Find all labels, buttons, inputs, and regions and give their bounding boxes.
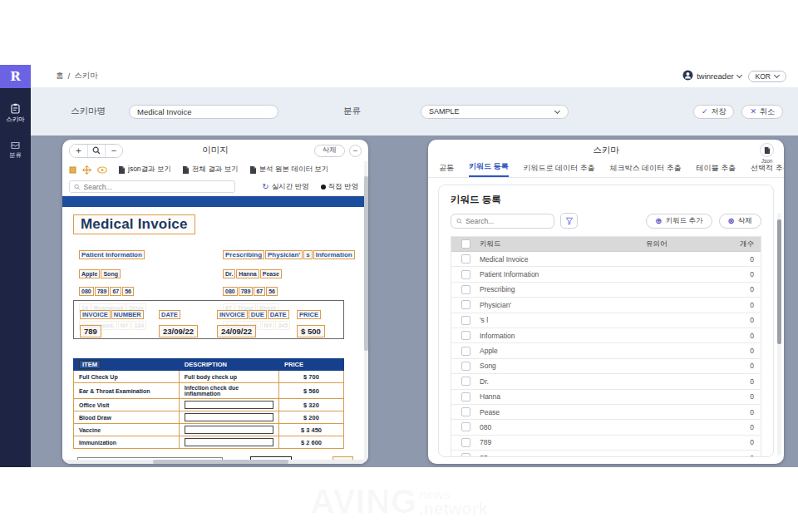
ocr-word-box[interactable]: INVOICE: [217, 310, 248, 319]
description-cell[interactable]: [179, 436, 278, 449]
ocr-word-box[interactable]: 080: [79, 287, 94, 296]
viewer-vertical-scrollbar[interactable]: [364, 161, 368, 464]
item-cell[interactable]: Blood Draw: [74, 411, 180, 424]
tab-키워드로-데이터-추출[interactable]: 키워드로 데이터 추출: [524, 163, 595, 177]
category-select[interactable]: SAMPLE: [421, 105, 569, 119]
row-checkbox[interactable]: [461, 377, 470, 386]
direct-apply-radio[interactable]: 직접 반영: [321, 182, 358, 192]
view-json-result-button[interactable]: json결과 보기: [118, 165, 171, 175]
keyword-row[interactable]: Information0: [451, 328, 761, 343]
collapse-button[interactable]: –: [349, 145, 362, 157]
item-cell[interactable]: Full Check Up: [74, 371, 180, 383]
ocr-word-box[interactable]: Physician': [265, 250, 303, 259]
price-cell[interactable]: $ 3 450: [279, 424, 344, 436]
language-selector[interactable]: KOR: [748, 71, 786, 82]
description-cell[interactable]: [179, 411, 278, 424]
description-cell[interactable]: [179, 399, 278, 411]
ocr-value-box[interactable]: 789: [80, 325, 101, 337]
ocr-word-box[interactable]: DATE: [268, 310, 289, 319]
realtime-apply-toggle[interactable]: ↻ 실시간 반영: [262, 182, 308, 192]
row-checkbox[interactable]: [461, 392, 470, 401]
ocr-word-box[interactable]: 080: [223, 287, 238, 296]
document-title[interactable]: Medical Invoice: [73, 214, 195, 234]
document-canvas[interactable]: Medical Invoice Patient Information Appl…: [62, 196, 364, 464]
ocr-value-box[interactable]: 24/09/22: [217, 325, 256, 337]
row-checkbox[interactable]: [461, 254, 470, 264]
tab-테이블-추출[interactable]: 테이블 추출: [697, 163, 736, 177]
row-checkbox[interactable]: [461, 331, 470, 340]
tab-키워드-등록[interactable]: 키워드 등록: [469, 161, 509, 177]
physician-info-header[interactable]: PrescribingPhysician'sInformation: [223, 250, 356, 259]
row-checkbox[interactable]: [461, 285, 470, 294]
row-checkbox[interactable]: [461, 362, 470, 371]
ocr-word-box[interactable]: DATE: [159, 310, 180, 319]
move-icon[interactable]: [82, 165, 91, 175]
keyword-search-input[interactable]: [466, 217, 549, 225]
keyword-row[interactable]: Apple0: [451, 343, 761, 358]
price-cell[interactable]: $ 700: [279, 371, 344, 383]
ocr-word-box[interactable]: PRICE: [297, 310, 321, 319]
tab-선택적-추출[interactable]: 선택적 추출: [751, 163, 784, 177]
viewer-horizontal-scrollbar[interactable]: [62, 460, 364, 464]
description-cell[interactable]: [179, 424, 278, 436]
price-cell[interactable]: $ 320: [279, 399, 344, 411]
row-checkbox[interactable]: [461, 300, 470, 309]
item-cell[interactable]: Ear & Throat Examination: [74, 383, 180, 399]
keyword-row[interactable]: 's l0: [451, 313, 761, 328]
item-cell[interactable]: Office Visit: [74, 399, 180, 411]
row-checkbox[interactable]: [461, 316, 470, 325]
row-checkbox[interactable]: [461, 438, 470, 447]
ocr-word-box[interactable]: 56: [266, 287, 278, 296]
view-source-data-button[interactable]: 분석 원본 데이터 보기: [249, 165, 329, 175]
item-cell[interactable]: Immunization: [74, 436, 180, 449]
user-menu[interactable]: twinreader: [682, 70, 741, 82]
ocr-word-box[interactable]: Information: [313, 250, 355, 259]
eye-icon[interactable]: [97, 166, 107, 174]
breadcrumb-home[interactable]: 홈: [56, 71, 64, 81]
keyword-row[interactable]: Medical Invoice0: [451, 252, 761, 267]
zoom-in-button[interactable]: +: [70, 145, 87, 157]
tab-체크박스-데이터-추출[interactable]: 체크박스 데이터 추출: [610, 163, 682, 177]
keyword-row[interactable]: 7890: [451, 436, 761, 451]
ocr-word-box[interactable]: Pease: [260, 269, 282, 278]
ocr-word-box[interactable]: 56: [122, 287, 134, 296]
price-cell[interactable]: $ 2 600: [279, 436, 344, 449]
ocr-word-box[interactable]: Apple: [79, 269, 100, 278]
row-checkbox[interactable]: [461, 407, 470, 416]
ocr-word-box[interactable]: Song: [101, 269, 121, 278]
keyword-row[interactable]: 670: [451, 451, 761, 457]
patient-info-header[interactable]: Patient Information: [79, 250, 145, 259]
keyword-row[interactable]: Prescribing0: [451, 283, 761, 298]
row-checkbox[interactable]: [461, 453, 470, 457]
ocr-value-box[interactable]: $ 500: [297, 325, 325, 337]
ocr-word-box[interactable]: 789: [239, 287, 254, 296]
add-keyword-button[interactable]: ⊕ 키워드 추가: [646, 214, 712, 229]
keyword-row[interactable]: Physician'0: [451, 298, 761, 313]
ocr-word-box[interactable]: Dr.: [223, 269, 235, 278]
tab-공통[interactable]: 공통: [439, 163, 454, 177]
viewer-search-input[interactable]: [84, 183, 230, 191]
zoom-reset-button[interactable]: [87, 145, 105, 157]
row-checkbox[interactable]: [461, 422, 470, 431]
ocr-value-box[interactable]: 23/09/22: [159, 325, 198, 337]
ocr-word-box[interactable]: 789: [95, 287, 110, 296]
app-logo[interactable]: R: [0, 65, 31, 88]
view-all-results-button[interactable]: 전체 결과 보기: [182, 165, 239, 175]
ocr-word-box[interactable]: DUE: [249, 310, 267, 319]
cancel-button[interactable]: ✕ 취소: [741, 105, 783, 119]
sidebar-item-classify[interactable]: 분류: [0, 131, 31, 166]
ocr-word-box[interactable]: NUMBER: [111, 310, 144, 319]
delete-image-button[interactable]: 삭제: [314, 145, 345, 157]
price-cell[interactable]: $ 560: [279, 383, 344, 399]
keyword-row[interactable]: 0800: [451, 420, 761, 435]
item-cell[interactable]: Vaccine: [74, 424, 180, 436]
keyword-row[interactable]: Patient Information0: [451, 267, 761, 282]
highlight-box-icon[interactable]: [69, 166, 76, 174]
select-all-checkbox[interactable]: [461, 239, 470, 249]
description-cell[interactable]: Infection check due inflammation: [179, 383, 278, 399]
schema-scrollbar[interactable]: [777, 213, 781, 456]
ocr-word-box[interactable]: INVOICE: [80, 310, 111, 319]
keyword-row[interactable]: Pease0: [451, 405, 761, 420]
filter-button[interactable]: [560, 213, 578, 229]
save-button[interactable]: ✓ 저장: [693, 105, 735, 119]
